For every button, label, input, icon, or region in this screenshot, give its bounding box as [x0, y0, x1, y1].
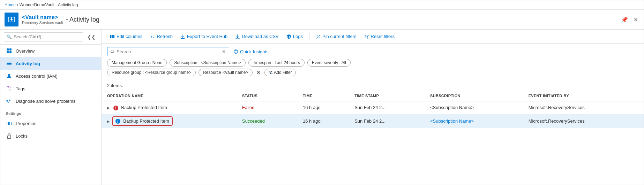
filter-tag-resource-group[interactable]: Resource group : <Resource group name> — [107, 69, 196, 76]
filter-tag-timespan[interactable]: Timespan : Last 24 hours — [248, 59, 305, 67]
breadcrumb-page: WonderDemoVault - Activity log — [20, 2, 78, 7]
main-window: Home › WonderDemoVault - Activity log <V… — [0, 0, 644, 185]
tags-icon — [6, 85, 12, 92]
search-clear-button[interactable]: ✕ — [222, 49, 226, 54]
svg-rect-14 — [9, 122, 10, 125]
row2-subscription-link[interactable]: <Subscription Name> — [430, 118, 474, 124]
filter-tag-event-severity[interactable]: Event severity : All — [307, 59, 351, 67]
locks-icon — [6, 133, 12, 139]
row1-op-name: ▶ ! Backup Protected Item — [102, 101, 237, 114]
svg-rect-16 — [7, 136, 11, 138]
svg-rect-3 — [7, 48, 9, 51]
pin-button[interactable]: 📌 — [620, 15, 629, 24]
row1-expand-icon[interactable]: ▶ — [107, 106, 110, 110]
svg-rect-13 — [8, 122, 9, 125]
sidebar-item-activity-log-label: Activity log — [16, 61, 40, 66]
resource-filter-close-button[interactable]: ⊗ — [255, 69, 262, 76]
svg-rect-8 — [7, 63, 12, 64]
col-subscription: SUBSCRIPTION — [425, 91, 523, 101]
table-row[interactable]: ▶ i Backup Protected Item Succeeded 16 h… — [102, 114, 644, 128]
title-text-block: <Vault name> Recovery Services vault — [22, 14, 63, 25]
table-body: ▶ ! Backup Protected Item Failed 16 h ag… — [102, 101, 644, 128]
sidebar-item-properties[interactable]: Properties — [0, 117, 101, 130]
sidebar-item-locks[interactable]: Locks — [0, 130, 101, 142]
svg-marker-26 — [365, 35, 368, 38]
page-title: - Activity log — [66, 16, 99, 23]
svg-point-1 — [10, 18, 13, 21]
items-count: 2 items. — [102, 80, 644, 91]
filter-tags-row2: Resource group : <Resource group name> R… — [107, 69, 638, 76]
add-filter-button[interactable]: Add Filter — [264, 69, 295, 76]
sidebar-item-tags[interactable]: Tags — [0, 82, 101, 95]
sidebar-collapse-button[interactable]: ❮❮ — [85, 33, 98, 40]
reset-filters-button[interactable]: Reset filters — [361, 32, 398, 40]
pin-filters-button[interactable]: Pin current filters — [313, 32, 359, 40]
filter-tag-subscription[interactable]: Subscription : <Subscription Name> — [170, 59, 245, 67]
access-control-icon — [6, 73, 12, 79]
main-layout: 🔍 ❮❮ Overview Activity log — [0, 30, 644, 185]
logs-button[interactable]: LA Logs — [284, 32, 306, 40]
overview-icon — [6, 48, 12, 54]
toolbar: Edit columns Refresh Export to Event Hub… — [102, 30, 644, 44]
activity-log-icon — [6, 60, 12, 67]
search-row: ✕ Quick Insights — [107, 47, 638, 56]
row1-status: Failed — [237, 101, 297, 114]
sidebar-item-tags-label: Tags — [16, 86, 25, 91]
table-row[interactable]: ▶ ! Backup Protected Item Failed 16 h ag… — [102, 101, 644, 114]
row2-expand-icon[interactable]: ▶ — [107, 120, 110, 123]
svg-rect-4 — [9, 48, 12, 51]
sidebar: 🔍 ❮❮ Overview Activity log — [0, 30, 102, 185]
sidebar-item-activity-log[interactable]: Activity log — [0, 57, 101, 70]
filter-tag-resource[interactable]: Resource <Vault name> — [199, 69, 253, 76]
add-filter-icon — [268, 70, 272, 75]
export-hub-button[interactable]: Export to Event Hub — [178, 32, 230, 40]
row1-time: 16 h ago — [297, 101, 349, 114]
activity-table: OPERATION NAME STATUS TIME TIME STAMP SU… — [102, 91, 644, 128]
sidebar-item-overview-label: Overview — [16, 48, 35, 54]
refresh-icon — [150, 34, 155, 39]
svg-text:LA: LA — [287, 35, 291, 38]
row2-op-name: ▶ i Backup Protected Item — [102, 114, 237, 128]
close-button[interactable]: ✕ — [632, 15, 639, 24]
refresh-button[interactable]: Refresh — [147, 32, 175, 40]
row1-timestamp: Sun Feb 24 2... — [349, 101, 425, 114]
breadcrumb-home[interactable]: Home — [5, 2, 16, 7]
settings-section-label: Settings — [0, 107, 101, 117]
filter-tag-mgmt-group[interactable]: Management Group : None — [107, 59, 167, 67]
sidebar-search-icon: 🔍 — [7, 34, 12, 39]
col-event-by: EVENT INITIATED BY — [523, 91, 644, 101]
table-area: 2 items. OPERATION NAME STATUS TIME TIME… — [102, 80, 644, 185]
export-hub-icon — [180, 34, 185, 39]
sidebar-nav: Overview Activity log Access control (IA… — [0, 45, 101, 185]
quick-insights-icon — [233, 49, 238, 54]
filters-area: ✕ Quick Insights Management Group : None — [102, 44, 644, 80]
sidebar-item-diagnose[interactable]: Diagnose and solve problems — [0, 95, 101, 107]
svg-rect-20 — [181, 38, 185, 39]
row2-subscription: <Subscription Name> — [425, 114, 523, 128]
reset-filters-icon — [364, 34, 369, 39]
row1-status-icon: ! — [113, 106, 118, 110]
vault-icon — [5, 13, 18, 26]
toolbar-separator — [309, 33, 309, 40]
vault-name-label: <Vault name> — [22, 14, 63, 21]
row2-outline-box: i Backup Protected Item — [113, 118, 171, 125]
svg-rect-5 — [7, 51, 9, 53]
main-search-input[interactable] — [117, 49, 222, 54]
sidebar-item-locks-label: Locks — [16, 133, 28, 139]
logs-icon: LA — [286, 34, 291, 39]
row2-time: 16 h ago — [297, 114, 349, 128]
quick-insights-button[interactable]: Quick Insights — [233, 49, 269, 54]
table-header: OPERATION NAME STATUS TIME TIME STAMP SU… — [102, 91, 644, 101]
row1-subscription: <Subscription Name> — [425, 101, 523, 114]
edit-columns-button[interactable]: Edit columns — [107, 32, 145, 40]
search-box[interactable]: ✕ — [107, 47, 229, 56]
download-csv-button[interactable]: Download as CSV — [232, 32, 282, 40]
row2-status-icon: i — [115, 119, 120, 124]
content-area: Edit columns Refresh Export to Event Hub… — [102, 30, 644, 185]
diagnose-icon — [6, 98, 12, 104]
filter-tags-row1: Management Group : None Subscription : <… — [107, 59, 638, 67]
breadcrumb: Home › WonderDemoVault - Activity log — [0, 0, 644, 10]
sidebar-item-overview[interactable]: Overview — [0, 45, 101, 57]
sidebar-search-input[interactable] — [4, 32, 83, 41]
sidebar-item-access-control[interactable]: Access control (IAM) — [0, 70, 101, 82]
